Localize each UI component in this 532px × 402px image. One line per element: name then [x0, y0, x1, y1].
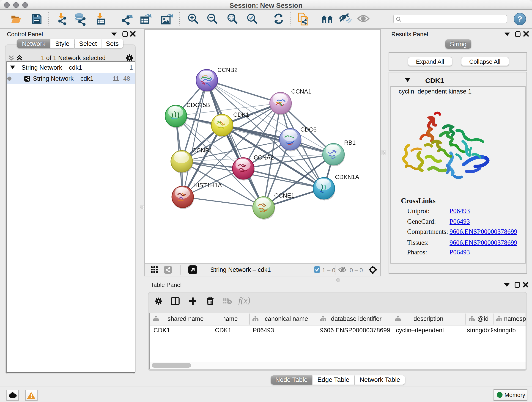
svg-text:CCNB2: CCNB2: [217, 66, 238, 73]
svg-text:CCNA1: CCNA1: [291, 88, 311, 95]
svg-text:CDC25B: CDC25B: [186, 101, 210, 108]
svg-text:CCNA2: CCNA2: [254, 154, 274, 161]
svg-text:RB1: RB1: [344, 139, 356, 146]
svg-text:CDKN1A: CDKN1A: [335, 173, 359, 180]
svg-text:CDK1: CDK1: [233, 111, 249, 118]
svg-text:CCNB1: CCNB1: [192, 147, 212, 153]
svg-text:CCNE1: CCNE1: [274, 192, 294, 199]
svg-text:CDC6: CDC6: [300, 126, 317, 133]
svg-text:HIST1H1A: HIST1H1A: [193, 182, 222, 188]
